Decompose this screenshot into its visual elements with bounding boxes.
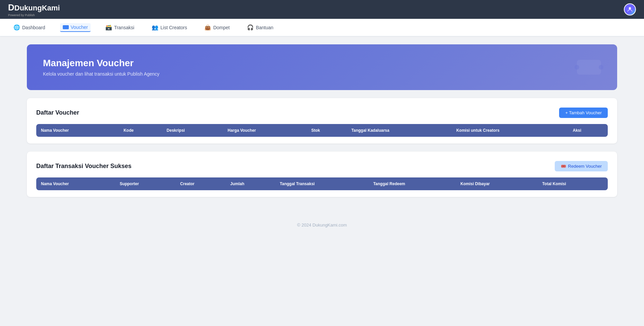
dompet-icon: 👜 bbox=[204, 24, 211, 31]
col-komisi-creators: Komisi untuk Creators bbox=[452, 124, 568, 137]
dashboard-icon: 🌐 bbox=[13, 24, 20, 31]
redeem-icon: 🎟️ bbox=[561, 164, 566, 169]
daftar-transaksi-header: Daftar Transaksi Voucher Sukses 🎟️ Redee… bbox=[36, 161, 608, 171]
daftar-transaksi-card: Daftar Transaksi Voucher Sukses 🎟️ Redee… bbox=[27, 152, 617, 197]
nav-bar: 🌐 Dashboard Voucher 🗃️ Transaksi 👥 List … bbox=[0, 19, 644, 36]
nav-item-bantuan[interactable]: 🎧 Bantuan bbox=[244, 23, 276, 32]
daftar-voucher-card: Daftar Voucher + Tambah Voucher Nama Vou… bbox=[27, 98, 617, 144]
daftar-voucher-header: Daftar Voucher + Tambah Voucher bbox=[36, 108, 608, 118]
transaksi-table-wrapper: Nama Voucher Supporter Creator Jumlah Ta… bbox=[36, 177, 608, 190]
transaksi-icon: 🗃️ bbox=[105, 24, 112, 31]
nav-item-dompet[interactable]: 👜 Dompet bbox=[202, 23, 232, 32]
svg-point-0 bbox=[629, 7, 631, 9]
transaksi-header-row: Nama Voucher Supporter Creator Jumlah Ta… bbox=[36, 177, 608, 190]
col-tanggal-redeem: Tanggal Redeem bbox=[368, 177, 456, 190]
footer-text: © 2024 DukungKami.com bbox=[297, 222, 347, 228]
creators-icon: 👥 bbox=[152, 24, 158, 31]
hero-title: Manajemen Voucher bbox=[43, 58, 601, 69]
bantuan-icon: 🎧 bbox=[247, 24, 254, 31]
daftar-transaksi-title: Daftar Transaksi Voucher Sukses bbox=[36, 163, 132, 170]
ticket-decoration bbox=[577, 60, 601, 75]
tambah-voucher-button[interactable]: + Tambah Voucher bbox=[559, 108, 608, 118]
voucher-table-wrapper: Nama Voucher Kode Deskripsi Harga Vouche… bbox=[36, 124, 608, 137]
voucher-table-head: Nama Voucher Kode Deskripsi Harga Vouche… bbox=[36, 124, 608, 137]
col-komisi-dibayar: Komisi Dibayar bbox=[456, 177, 538, 190]
avatar[interactable] bbox=[624, 3, 636, 15]
col-tanggal-kadaluarsa: Tanggal Kadaluarsa bbox=[347, 124, 452, 137]
nav-item-voucher[interactable]: Voucher bbox=[60, 23, 91, 32]
transaksi-table-head: Nama Voucher Supporter Creator Jumlah Ta… bbox=[36, 177, 608, 190]
col-nama-voucher: Nama Voucher bbox=[36, 124, 119, 137]
col-t-nama-voucher: Nama Voucher bbox=[36, 177, 115, 190]
transaksi-table: Nama Voucher Supporter Creator Jumlah Ta… bbox=[36, 177, 608, 190]
col-total-komisi: Total Komisi bbox=[538, 177, 608, 190]
hero-subtitle: Kelola voucher dan lihat transaksi untuk… bbox=[43, 71, 601, 77]
col-supporter: Supporter bbox=[115, 177, 176, 190]
user-icon bbox=[627, 6, 633, 13]
nav-item-list-creators[interactable]: 👥 List Creators bbox=[149, 23, 190, 32]
hero-banner: Manajemen Voucher Kelola voucher dan lih… bbox=[27, 44, 617, 90]
col-kode: Kode bbox=[119, 124, 162, 137]
col-tanggal-transaksi: Tanggal Transaksi bbox=[275, 177, 368, 190]
col-aksi: Aksi bbox=[568, 124, 608, 137]
col-harga-voucher: Harga Voucher bbox=[223, 124, 306, 137]
nav-item-transaksi[interactable]: 🗃️ Transaksi bbox=[103, 23, 137, 32]
logo: DDukungKami Powered by Publish bbox=[8, 2, 60, 17]
col-stok: Stok bbox=[306, 124, 347, 137]
daftar-voucher-title: Daftar Voucher bbox=[36, 109, 79, 116]
top-header: DDukungKami Powered by Publish bbox=[0, 0, 644, 19]
nav-item-dashboard[interactable]: 🌐 Dashboard bbox=[11, 23, 48, 32]
col-jumlah: Jumlah bbox=[226, 177, 275, 190]
footer: © 2024 DukungKami.com bbox=[0, 213, 644, 233]
col-creator: Creator bbox=[176, 177, 226, 190]
main-content: Manajemen Voucher Kelola voucher dan lih… bbox=[0, 36, 644, 213]
voucher-table: Nama Voucher Kode Deskripsi Harga Vouche… bbox=[36, 124, 608, 137]
redeem-voucher-button[interactable]: 🎟️ Redeem Voucher bbox=[555, 161, 608, 171]
voucher-header-row: Nama Voucher Kode Deskripsi Harga Vouche… bbox=[36, 124, 608, 137]
voucher-icon bbox=[63, 25, 69, 29]
col-deskripsi: Deskripsi bbox=[162, 124, 223, 137]
logo-area: DDukungKami Powered by Publish bbox=[8, 2, 60, 17]
